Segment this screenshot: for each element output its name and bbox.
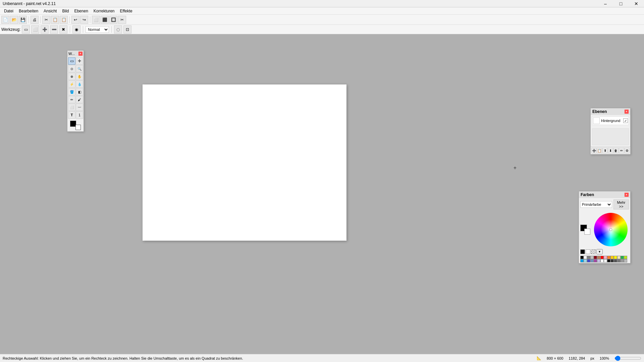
cut-button[interactable]: ✂ bbox=[42, 16, 50, 24]
layer-item[interactable]: Hintergrund ✓ bbox=[592, 116, 629, 125]
palette-color[interactable] bbox=[617, 256, 621, 259]
brush-tool[interactable]: 🖌 bbox=[76, 96, 83, 103]
open-button[interactable]: 📂 bbox=[10, 16, 18, 24]
palette-color[interactable] bbox=[580, 256, 584, 259]
layer-properties-button[interactable]: ✏ bbox=[619, 147, 624, 154]
palette-color[interactable] bbox=[597, 259, 600, 262]
palette-color[interactable] bbox=[604, 259, 607, 262]
palette-color[interactable] bbox=[624, 256, 627, 259]
palette-color[interactable] bbox=[614, 259, 617, 262]
deselect-button[interactable]: ⬛ bbox=[101, 16, 109, 24]
palette-color[interactable] bbox=[597, 256, 600, 259]
palette-color[interactable] bbox=[590, 259, 594, 262]
blend-mode-select[interactable]: Normal bbox=[86, 26, 109, 33]
layers-close-button[interactable]: ✕ bbox=[625, 110, 629, 114]
color-wheel[interactable] bbox=[594, 213, 628, 246]
palette-color[interactable] bbox=[607, 259, 610, 262]
invert-button[interactable]: 🔲 bbox=[109, 16, 117, 24]
canvas[interactable] bbox=[143, 84, 346, 241]
palette-color[interactable] bbox=[590, 256, 594, 259]
color-mode-select[interactable]: Primärfarbe Sekundärfarbe bbox=[580, 201, 612, 208]
layer-settings-button[interactable]: ⚙ bbox=[625, 147, 630, 154]
selection-shape-btn[interactable]: ◉ bbox=[72, 25, 80, 34]
undo-button[interactable]: ↩ bbox=[71, 16, 79, 24]
palette-color[interactable] bbox=[587, 259, 590, 262]
selection-mode-btn1[interactable]: ▭ bbox=[22, 25, 30, 34]
palette-color[interactable] bbox=[614, 256, 617, 259]
move-tool[interactable]: ✛ bbox=[76, 57, 83, 65]
bg-color-swatch[interactable] bbox=[75, 125, 81, 130]
paint-bucket-tool[interactable]: 🪣 bbox=[68, 88, 75, 96]
palette-color[interactable] bbox=[587, 256, 590, 259]
redo-button[interactable]: ↪ bbox=[80, 16, 88, 24]
save-button[interactable]: 💾 bbox=[19, 16, 27, 24]
canvas-area[interactable] bbox=[0, 34, 644, 354]
text-tool[interactable]: T bbox=[68, 111, 75, 119]
selection-mode-btn2[interactable]: ⬜ bbox=[31, 25, 39, 34]
palette-color[interactable] bbox=[580, 259, 584, 262]
smudge-tool[interactable]: 〰 bbox=[76, 104, 83, 111]
menu-item-bild[interactable]: Bild bbox=[59, 8, 71, 14]
shapes-tool[interactable]: 1 bbox=[76, 111, 83, 119]
gradient-tool[interactable]: ◧ bbox=[76, 88, 83, 96]
menu-item-ebenen[interactable]: Ebenen bbox=[71, 8, 91, 14]
trans-swatch[interactable] bbox=[591, 249, 596, 254]
antialias-btn[interactable]: ⊡ bbox=[123, 25, 131, 34]
menu-item-ansicht[interactable]: Ansicht bbox=[41, 8, 59, 14]
palette-color[interactable] bbox=[621, 259, 624, 262]
palette-color[interactable] bbox=[610, 259, 614, 262]
copy-button[interactable]: 📋 bbox=[51, 16, 59, 24]
mehr-button[interactable]: Mehr >> bbox=[613, 199, 629, 209]
palette-color[interactable] bbox=[617, 259, 621, 262]
menu-item-effekte[interactable]: Effekte bbox=[117, 8, 135, 14]
color-extra-dropdown[interactable]: ▼ bbox=[596, 249, 603, 254]
background-color[interactable] bbox=[584, 229, 590, 235]
lasso-tool[interactable]: ⊙ bbox=[68, 65, 75, 72]
palette-color[interactable] bbox=[621, 256, 624, 259]
palette-color[interactable] bbox=[600, 259, 604, 262]
white-swatch[interactable] bbox=[586, 249, 590, 254]
zoom-select-tool[interactable]: 🔍 bbox=[76, 65, 83, 72]
paste-button[interactable]: 📋 bbox=[60, 16, 68, 24]
move-layer-down-button[interactable]: ⬇ bbox=[608, 147, 613, 154]
tool-panel-close[interactable]: ✕ bbox=[78, 52, 83, 56]
new-button[interactable]: 📄 bbox=[1, 16, 9, 24]
palette-color[interactable] bbox=[594, 259, 597, 262]
tool-panel-header[interactable]: W... ✕ bbox=[67, 51, 84, 57]
palette-color[interactable] bbox=[624, 259, 627, 262]
palette-color[interactable] bbox=[607, 256, 610, 259]
palette-color[interactable] bbox=[594, 256, 597, 259]
layer-visibility-checkbox[interactable]: ✓ bbox=[623, 118, 628, 123]
zoom-tool[interactable]: ⊕ bbox=[68, 73, 75, 80]
move-layer-up-button[interactable]: ⬆ bbox=[602, 147, 607, 154]
minimize-button[interactable]: – bbox=[598, 0, 613, 7]
colors-close-button[interactable]: ✕ bbox=[625, 193, 629, 197]
palette-color[interactable] bbox=[610, 256, 614, 259]
crop-button[interactable]: ✂ bbox=[118, 16, 126, 24]
duplicate-layer-button[interactable]: 📋 bbox=[597, 147, 602, 154]
magic-wand-tool[interactable]: ⚡ bbox=[68, 80, 75, 88]
selection-mode-btn4[interactable]: ➖ bbox=[50, 25, 58, 34]
pan-tool[interactable]: ✋ bbox=[76, 73, 83, 80]
add-layer-button[interactable]: ➕ bbox=[591, 147, 596, 154]
menu-item-bearbeiten[interactable]: Bearbeiten bbox=[16, 8, 41, 14]
menu-item-korrekturen[interactable]: Korrekturen bbox=[91, 8, 117, 14]
rectangle-select-tool[interactable]: ▭ bbox=[68, 57, 75, 65]
eraser-tool[interactable]: ⬜ bbox=[68, 104, 75, 111]
feather-btn[interactable]: ◌ bbox=[114, 25, 122, 34]
color-picker-tool[interactable]: 💧 bbox=[76, 80, 83, 88]
palette-color[interactable] bbox=[600, 256, 604, 259]
close-button[interactable]: ✕ bbox=[629, 0, 644, 7]
select-all-button[interactable]: ⬜ bbox=[92, 16, 100, 24]
palette-color[interactable] bbox=[584, 259, 587, 262]
print-button[interactable]: 🖨 bbox=[31, 16, 39, 24]
delete-layer-button[interactable]: 🗑 bbox=[613, 147, 619, 154]
pencil-tool[interactable]: ✏ bbox=[68, 96, 75, 103]
selection-mode-btn5[interactable]: ✖ bbox=[59, 25, 67, 34]
palette-color[interactable] bbox=[584, 256, 587, 259]
menu-item-datei[interactable]: Datei bbox=[1, 8, 16, 14]
zoom-slider[interactable] bbox=[614, 356, 641, 361]
palette-color[interactable] bbox=[604, 256, 607, 259]
maximize-button[interactable]: □ bbox=[613, 0, 629, 7]
selection-mode-btn3[interactable]: ➕ bbox=[41, 25, 49, 34]
